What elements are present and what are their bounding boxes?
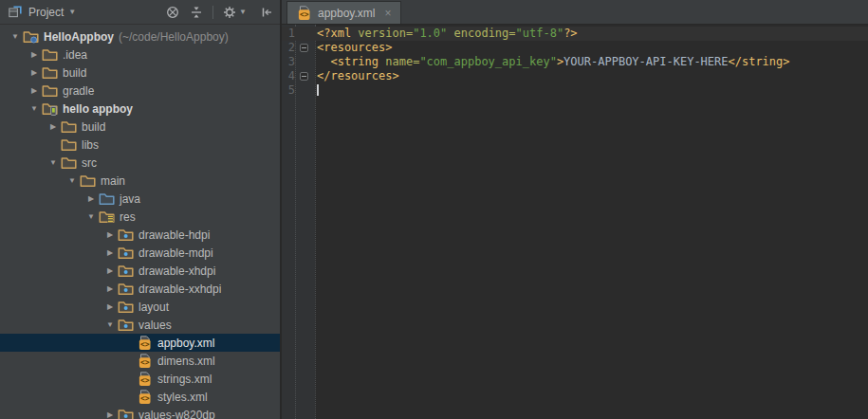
tree-item-layout[interactable]: ▶layout (0, 298, 280, 316)
project-panel-title[interactable]: Project (28, 6, 64, 19)
tree-item-label: gradle (63, 84, 94, 98)
svg-text:<>: <> (140, 358, 150, 367)
chevron-collapsed-icon[interactable]: ▶ (102, 298, 118, 316)
folder-icon (42, 47, 58, 63)
fold-region-end-icon[interactable] (300, 72, 308, 81)
chevron-expanded-icon[interactable]: ▼ (83, 208, 99, 226)
tree-item-main[interactable]: ▼main (0, 172, 280, 190)
xml-file-icon: <> (137, 390, 153, 405)
line-number: 4 (282, 69, 295, 83)
code-text: <?xml version="1.0" encoding="utf-8"?> (314, 27, 578, 41)
tree-item-label: .idea (63, 48, 87, 62)
tree-item-label: styles.xml (157, 391, 208, 404)
tree-item-label: values (139, 319, 172, 332)
chevron-expanded-icon[interactable]: ▼ (65, 172, 80, 190)
tree-item-strings-xml[interactable]: <>strings.xml (0, 370, 280, 388)
resdir-folder-icon (118, 246, 134, 261)
tree-item-build[interactable]: ▶build (0, 64, 280, 82)
fold-column (295, 69, 314, 83)
tree-item-idea[interactable]: ▶.idea (0, 46, 280, 64)
chevron-collapsed-icon[interactable]: ▶ (83, 190, 99, 208)
text-caret (317, 84, 319, 96)
tree-item-label: dimens.xml (157, 355, 215, 368)
chevron-down-icon[interactable]: ▼ (68, 8, 76, 16)
chevron-collapsed-icon[interactable]: ▶ (46, 118, 61, 136)
code-text: <resources> (314, 41, 392, 55)
tree-item-styles-xml[interactable]: <>styles.xml (0, 388, 280, 406)
svg-text:<>: <> (140, 340, 150, 349)
gear-button[interactable]: ▼ (222, 5, 250, 20)
tree-item-label: libs (82, 138, 99, 152)
module-folder-icon (42, 101, 58, 117)
code-text: </resources> (314, 69, 399, 83)
tree-item-java[interactable]: ▶java (0, 190, 280, 208)
folder-icon (61, 119, 77, 135)
code-line: 4</resources> (282, 69, 868, 83)
code-line: 1<?xml version="1.0" encoding="utf-8"?> (282, 27, 868, 41)
tree-item-hello-appboy[interactable]: ▼ hello appboy (0, 100, 280, 118)
tree-item-values[interactable]: ▼values (0, 316, 280, 334)
fold-column (295, 41, 314, 55)
line-number: 1 (282, 27, 295, 41)
tree-item-appboy-xml[interactable]: <>appboy.xml (0, 334, 280, 352)
toolbar-separator (212, 6, 213, 19)
token-string: "utf-8" (516, 27, 564, 40)
tree-item-label: src (82, 156, 97, 170)
chevron-collapsed-icon[interactable]: ▶ (102, 226, 118, 244)
tree-item-label: appboy.xml (157, 337, 214, 350)
chevron-collapsed-icon[interactable]: ▶ (102, 244, 118, 262)
token-text: YOUR-APPBOY-API-KEY-HERE (563, 55, 728, 68)
chevron-collapsed-icon[interactable]: ▶ (27, 64, 42, 82)
chevron-collapsed-icon[interactable]: ▶ (102, 262, 118, 280)
tree-item-label: build (82, 120, 105, 134)
chevron-collapsed-icon[interactable]: ▶ (102, 406, 118, 419)
tab-appboy-xml[interactable]: <> appboy.xml × (286, 1, 401, 24)
chevron-collapsed-icon[interactable]: ▶ (27, 46, 42, 64)
close-tab-icon[interactable]: × (384, 8, 391, 19)
token-attribute: name= (385, 55, 419, 68)
line-number: 3 (282, 55, 295, 69)
hide-panel-icon[interactable] (259, 5, 274, 20)
editor-tab-bar: <> appboy.xml × (282, 0, 868, 25)
fold-column (295, 83, 314, 98)
resdir-folder-icon (118, 282, 134, 297)
code-line: 2<resources> (282, 41, 868, 55)
tree-item-label: values-w820dp (139, 409, 215, 419)
tree-item-dimens-xml[interactable]: <>dimens.xml (0, 352, 280, 370)
tree-item-drawable-xhdpi[interactable]: ▶drawable-xhdpi (0, 262, 280, 280)
tree-item-label: HelloAppboy (44, 30, 114, 44)
tree-item-src[interactable]: ▼src (0, 154, 280, 172)
project-toolbar-actions: ▼ (165, 5, 274, 20)
collapse-all-icon[interactable] (189, 5, 204, 20)
tree-item-drawable-xxhdpi[interactable]: ▶drawable-xxhdpi (0, 280, 280, 298)
tree-item-drawable-hdpi[interactable]: ▶drawable-hdpi (0, 226, 280, 244)
chevron-expanded-icon[interactable]: ▼ (46, 154, 61, 172)
token-tag: <resources> (317, 41, 392, 54)
code-text (314, 83, 319, 98)
tree-item-label: drawable-xhdpi (139, 264, 215, 278)
tree-item-helloappboy[interactable]: ▼HelloAppboy (~/code/HelloAppboy) (0, 27, 280, 46)
res-folder-icon (99, 210, 115, 225)
chevron-expanded-icon[interactable]: ▼ (27, 100, 42, 118)
line-number: 5 (282, 83, 295, 98)
fold-region-start-icon[interactable] (300, 44, 308, 52)
tree-item-libs[interactable]: libs (0, 136, 280, 154)
token-text (317, 55, 330, 68)
code-editor[interactable]: 1<?xml version="1.0" encoding="utf-8"?>2… (282, 25, 868, 419)
tree-item-path: (~/code/HelloAppboy) (119, 30, 229, 44)
tree-item-values-w820dp[interactable]: ▶values-w820dp (0, 406, 280, 419)
tree-item-gradle[interactable]: ▶gradle (0, 82, 280, 100)
tree-item-res[interactable]: ▼ res (0, 208, 280, 226)
tree-item-drawable-mdpi[interactable]: ▶drawable-mdpi (0, 244, 280, 262)
project-folder-icon (23, 29, 39, 45)
chevron-collapsed-icon[interactable]: ▶ (27, 82, 42, 100)
tree-item-label: drawable-mdpi (139, 246, 213, 260)
token-text (447, 27, 453, 40)
locate-icon[interactable] (165, 5, 180, 20)
chevron-expanded-icon[interactable]: ▼ (8, 27, 23, 46)
svg-text:<>: <> (300, 10, 309, 19)
chevron-collapsed-icon[interactable]: ▶ (102, 280, 118, 298)
svg-text:<>: <> (140, 394, 150, 403)
tree-item-build[interactable]: ▶build (0, 118, 280, 136)
chevron-expanded-icon[interactable]: ▼ (102, 316, 118, 334)
